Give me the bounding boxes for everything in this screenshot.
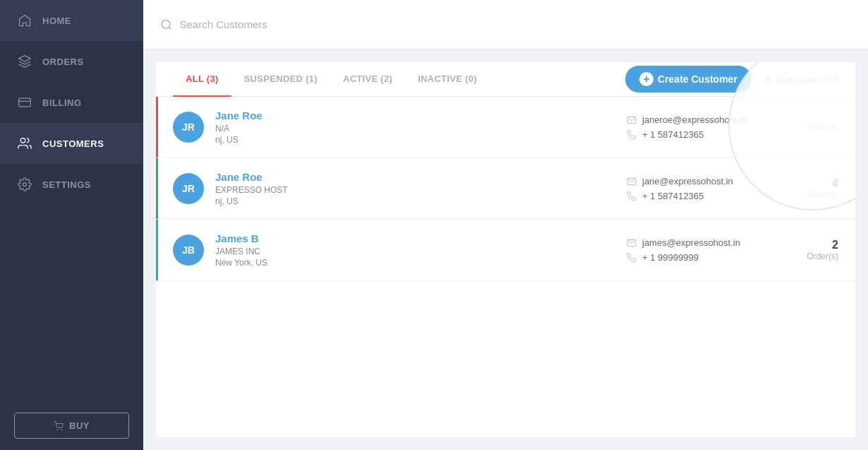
phone-icon bbox=[627, 191, 637, 201]
create-customer-button[interactable]: + Create Customer bbox=[625, 66, 752, 93]
contact-email: jane@expressohost.in bbox=[627, 176, 782, 186]
contact-email: janeroe@expressohost.in bbox=[627, 114, 782, 125]
svg-point-3 bbox=[20, 138, 25, 143]
customer-location: New York, US bbox=[215, 258, 627, 268]
customer-row[interactable]: JR Jane Roe N/A nj, US janeroe@expressoh… bbox=[156, 97, 855, 158]
dollar-icon bbox=[17, 95, 32, 110]
email-value: janeroe@expressohost.in bbox=[642, 114, 747, 125]
customer-company: JAMES INC bbox=[215, 247, 627, 256]
customer-list: JR Jane Roe N/A nj, US janeroe@expressoh… bbox=[156, 97, 855, 437]
tabs-actions: + Create Customer Download CSV bbox=[625, 66, 838, 93]
customer-info: James B JAMES INC New York, US bbox=[215, 232, 627, 268]
svg-point-7 bbox=[162, 20, 170, 28]
customer-location: nj, US bbox=[215, 135, 627, 145]
settings-icon bbox=[17, 177, 32, 192]
customer-info: Jane Roe N/A nj, US bbox=[215, 109, 627, 145]
sidebar-item-label: BILLING bbox=[42, 97, 82, 108]
svg-line-8 bbox=[169, 27, 171, 29]
sidebar-item-label: SETTINGS bbox=[42, 179, 91, 190]
sidebar-item-label: HOME bbox=[42, 16, 71, 26]
avatar: JR bbox=[173, 112, 204, 143]
tab-all[interactable]: ALL (3) bbox=[173, 62, 231, 97]
contact-phone: + 1 587412365 bbox=[627, 129, 782, 140]
email-value: jane@expressohost.in bbox=[642, 176, 733, 186]
svg-point-6 bbox=[61, 429, 62, 430]
sidebar-item-home[interactable]: HOME bbox=[0, 0, 143, 41]
customer-orders: 2 Order(s) bbox=[782, 239, 838, 261]
layers-icon bbox=[17, 54, 32, 69]
content-panel: ALL (3) SUSPENDED (1) ACTIVE (2) INACTIV… bbox=[156, 62, 855, 437]
phone-value: + 1 587412365 bbox=[642, 191, 704, 201]
customer-info: Jane Roe EXPRESSO HOST nj, US bbox=[215, 171, 627, 206]
svg-point-5 bbox=[57, 429, 58, 430]
email-value: james@expressohost.in bbox=[642, 237, 740, 248]
customer-row[interactable]: JR Jane Roe EXPRESSO HOST nj, US jane@ex… bbox=[156, 158, 855, 220]
sidebar-item-customers[interactable]: CUSTOMERS bbox=[0, 123, 143, 164]
search-icon bbox=[160, 18, 173, 31]
customer-name: James B bbox=[215, 232, 627, 244]
email-icon bbox=[627, 238, 637, 248]
orders-count: 2 bbox=[782, 239, 838, 251]
tab-active[interactable]: ACTIVE (2) bbox=[330, 62, 405, 97]
contact-phone: + 1 587412365 bbox=[627, 191, 782, 201]
customer-name: Jane Roe bbox=[215, 171, 627, 183]
email-icon bbox=[627, 177, 637, 186]
svg-rect-1 bbox=[19, 98, 31, 107]
customer-contact: james@expressohost.in + 1 99999999 bbox=[627, 237, 782, 263]
phone-icon bbox=[627, 130, 637, 140]
customer-row[interactable]: JB James B JAMES INC New York, US james@… bbox=[156, 220, 855, 281]
email-icon bbox=[627, 115, 637, 125]
tab-inactive[interactable]: INACTIVE (0) bbox=[405, 62, 490, 97]
orders-label: Order(s) bbox=[782, 251, 838, 261]
tabs-row: ALL (3) SUSPENDED (1) ACTIVE (2) INACTIV… bbox=[156, 62, 855, 97]
customer-company: N/A bbox=[215, 124, 627, 134]
orders-count: 4 bbox=[782, 177, 838, 190]
avatar: JR bbox=[173, 173, 204, 204]
avatar: JB bbox=[173, 235, 204, 266]
phone-icon bbox=[627, 253, 637, 263]
buy-button[interactable]: BUY bbox=[14, 413, 129, 439]
search-bar bbox=[143, 0, 868, 49]
customer-name: Jane Roe bbox=[215, 109, 627, 122]
customer-contact: janeroe@expressohost.in + 1 587412365 bbox=[627, 114, 782, 140]
buy-label: BUY bbox=[69, 420, 90, 431]
sidebar-item-orders[interactable]: ORDERS bbox=[0, 41, 143, 82]
orders-label: Order(s) bbox=[782, 122, 838, 132]
tab-suspended[interactable]: SUSPENDED (1) bbox=[231, 62, 330, 97]
users-icon bbox=[17, 136, 32, 151]
contact-email: james@expressohost.in bbox=[627, 237, 782, 248]
sidebar-item-label: CUSTOMERS bbox=[42, 138, 104, 149]
svg-point-4 bbox=[23, 183, 27, 186]
customer-orders: Order(s) bbox=[782, 122, 838, 132]
download-csv-label: Download CSV bbox=[776, 74, 838, 85]
customer-location: nj, US bbox=[215, 196, 627, 206]
sidebar: HOME ORDERS BILLING CUSTOMERS SETTINGS B… bbox=[0, 0, 143, 450]
customer-orders: 4 Order(s) bbox=[782, 177, 838, 200]
sidebar-item-billing[interactable]: BILLING bbox=[0, 82, 143, 123]
customer-contact: jane@expressohost.in + 1 587412365 bbox=[627, 176, 782, 201]
home-icon bbox=[17, 13, 32, 28]
sidebar-item-label: ORDERS bbox=[42, 57, 84, 67]
orders-label: Order(s) bbox=[782, 190, 838, 200]
phone-value: + 1 99999999 bbox=[642, 252, 699, 263]
customer-company: EXPRESSO HOST bbox=[215, 185, 627, 195]
svg-marker-0 bbox=[19, 56, 31, 61]
phone-value: + 1 587412365 bbox=[642, 129, 704, 140]
create-customer-label: Create Customer bbox=[658, 73, 737, 85]
plus-icon: + bbox=[639, 72, 653, 86]
tabs: ALL (3) SUSPENDED (1) ACTIVE (2) INACTIV… bbox=[173, 62, 490, 96]
buy-button-wrap: BUY bbox=[0, 401, 143, 450]
search-input[interactable] bbox=[180, 18, 852, 30]
download-csv-link[interactable]: Download CSV bbox=[763, 74, 838, 85]
contact-phone: + 1 99999999 bbox=[627, 252, 782, 263]
main-content: ALL (3) SUSPENDED (1) ACTIVE (2) INACTIV… bbox=[143, 0, 868, 450]
download-icon bbox=[763, 74, 773, 84]
sidebar-item-settings[interactable]: SETTINGS bbox=[0, 164, 143, 205]
